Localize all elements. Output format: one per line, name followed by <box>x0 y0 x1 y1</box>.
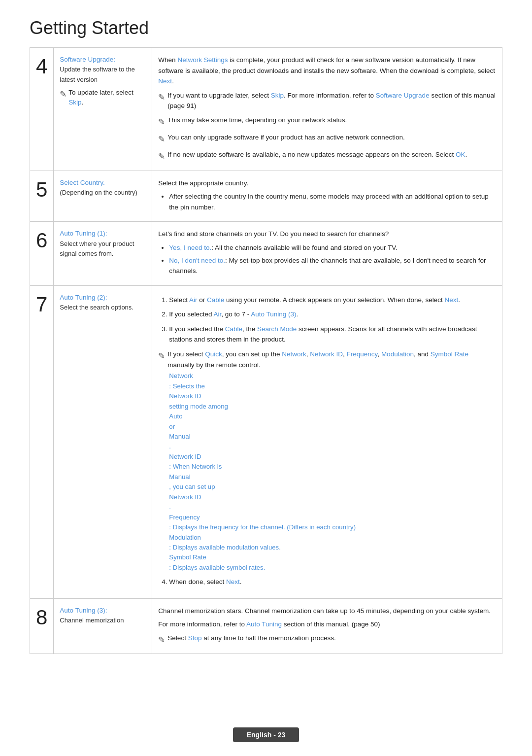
step-title-cell-4: Software Upgrade: Update the software to… <box>54 48 152 171</box>
step-title-cell-7: Auto Tuning (2): Select the search optio… <box>54 285 152 598</box>
note-icon-4b: ✎ <box>158 115 165 129</box>
step7-item2: If you selected Air, go to 7 - Auto Tuni… <box>169 309 496 320</box>
step-number-5: 5 <box>30 171 54 222</box>
step8-note-text: Select Stop at any time to halt the memo… <box>167 633 335 644</box>
step-title-cell-6: Auto Tuning (1): Select where your produ… <box>54 222 152 285</box>
step4-note3-text: You can only upgrade software if your pr… <box>167 132 404 143</box>
step7-indent1: Network: Selects the Network ID setting … <box>169 371 496 450</box>
step7-olist: Select Air or Cable using your remote. A… <box>169 295 496 345</box>
step-number-8: 8 <box>30 598 54 653</box>
note-icon-8: ✎ <box>158 633 165 647</box>
step4-note-text: To update later, select Skip. <box>68 88 146 108</box>
step4-title-sub: Update the software to the latest versio… <box>60 66 134 83</box>
step5-bullets: After selecting the country in the count… <box>169 191 496 212</box>
steps-table: 4 Software Upgrade: Update the software … <box>30 47 502 654</box>
step7-indent4: Modulation: Displays available modulatio… <box>169 533 496 551</box>
step4-content: When Network Settings is complete, your … <box>152 48 502 171</box>
step7-item3: If you selected the Cable, the Search Mo… <box>169 324 496 345</box>
step8-note: ✎ Select Stop at any time to halt the me… <box>158 633 496 647</box>
step4-note1: ✎ If you want to upgrade later, select S… <box>158 90 496 111</box>
step4-title-note: ✎ To update later, select Skip. <box>60 88 146 108</box>
step4-note1-text: If you want to upgrade later, select Ski… <box>167 90 496 111</box>
step5-title-sub: (Depending on the country) <box>60 189 137 196</box>
step8-content: Channel memorization stars. Channel memo… <box>152 598 502 653</box>
note-icon-4c: ✎ <box>158 133 165 146</box>
note-icon-7: ✎ <box>158 349 165 363</box>
step6-title-sub: Select where your product signal comes f… <box>60 240 134 257</box>
step7-item4: When done, select Next. <box>169 577 496 587</box>
step6-content: Let's find and store channels on your TV… <box>152 222 502 285</box>
step6-bullet1: Yes, I need to.: All the channels availa… <box>169 242 496 253</box>
step7-note-quick: ✎ If you select Quick, you can set up th… <box>158 349 496 370</box>
step6-bullets: Yes, I need to.: All the channels availa… <box>169 242 496 276</box>
step-row-8: 8 Auto Tuning (3): Channel memorization … <box>30 598 502 653</box>
step7-title-sub: Select the search options. <box>60 304 133 311</box>
step7-indent-items: Network: Selects the Network ID setting … <box>169 371 496 573</box>
step6-title-main: Auto Tuning (1): <box>60 230 107 237</box>
step4-title-main: Software Upgrade: <box>60 56 115 63</box>
step4-note2: ✎ This may take some time, depending on … <box>158 115 496 129</box>
step7-item1: Select Air or Cable using your remote. A… <box>169 295 496 306</box>
step-number-4: 4 <box>30 48 54 171</box>
step6-bullet2: No, I don't need to.: My set-top box pro… <box>169 255 496 276</box>
step7-olist2: When done, select Next. <box>169 577 496 587</box>
step7-title-main: Auto Tuning (2): <box>60 294 107 301</box>
step7-indent3: Frequency: Displays the frequency for th… <box>169 513 496 531</box>
note-icon-4d: ✎ <box>158 150 165 163</box>
step4-note2-text: This may take some time, depending on yo… <box>167 115 347 126</box>
step4-note4: ✎ If no new update software is available… <box>158 149 496 163</box>
step8-para2: For more information, refer to Auto Tuni… <box>158 619 496 630</box>
footer-badge: English - 23 <box>233 727 299 742</box>
step5-bullet1: After selecting the country in the count… <box>169 191 496 212</box>
step-row-5: 5 Select Country. (Depending on the coun… <box>30 171 502 222</box>
step8-title-main: Auto Tuning (3): <box>60 607 107 614</box>
step7-note-quick-text: If you select Quick, you can set up the … <box>167 349 496 370</box>
step7-indent2: Network ID: When Network is Manual, you … <box>169 452 496 511</box>
step-title-cell-8: Auto Tuning (3): Channel memorization <box>54 598 152 653</box>
note-icon-4a: ✎ <box>158 91 165 104</box>
step-title-cell-5: Select Country. (Depending on the countr… <box>54 171 152 222</box>
step8-title-sub: Channel memorization <box>60 617 124 624</box>
step4-note3: ✎ You can only upgrade software if your … <box>158 132 496 146</box>
step-row-6: 6 Auto Tuning (1): Select where your pro… <box>30 222 502 285</box>
page-wrapper: Getting Started 4 Software Upgrade: Upda… <box>0 0 532 693</box>
page-title: Getting Started <box>30 18 502 38</box>
step7-indent5: Symbol Rate: Displays available symbol r… <box>169 552 496 571</box>
step8-intro: Channel memorization stars. Channel memo… <box>158 607 491 615</box>
step5-intro: Select the appropriate country. <box>158 179 248 187</box>
note-icon-4: ✎ <box>60 88 66 101</box>
step4-intro: When Network Settings is complete, your … <box>158 56 495 85</box>
step4-note4-text: If no new update software is available, … <box>167 149 467 160</box>
step-number-6: 6 <box>30 222 54 285</box>
step5-content: Select the appropriate country. After se… <box>152 171 502 222</box>
step5-title-main: Select Country. <box>60 179 104 186</box>
step7-content: Select Air or Cable using your remote. A… <box>152 285 502 598</box>
page-footer: English - 23 <box>0 727 532 742</box>
step-row-7: 7 Auto Tuning (2): Select the search opt… <box>30 285 502 598</box>
step-number-7: 7 <box>30 285 54 598</box>
step-row-4: 4 Software Upgrade: Update the software … <box>30 48 502 171</box>
step6-intro: Let's find and store channels on your TV… <box>158 230 389 238</box>
